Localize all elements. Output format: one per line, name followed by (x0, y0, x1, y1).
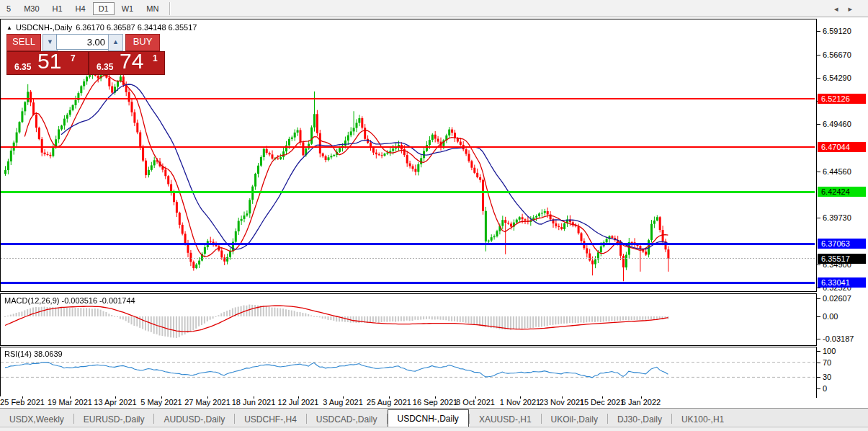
price-chart-pane: ▲ USDCNH-,Daily 6.36170 6.36587 6.34148 … (0, 19, 817, 292)
date-label: 13 Apr 2021 (94, 398, 136, 406)
chevron-down-icon: ▼ (47, 38, 53, 45)
chart-tab-ukoil[interactable]: UKOil-,Daily (542, 412, 607, 427)
macd-label: MACD(12,26,9) -0.003516 -0.001744 (4, 296, 135, 305)
sell-button[interactable]: SELL (6, 34, 41, 51)
date-label: 15 Dec 2021 (580, 398, 625, 406)
buy-price-box[interactable]: 6.35 74 1 (89, 51, 165, 75)
chart-symbol-label: USDCNH-,Daily (16, 23, 72, 32)
chart-title: ▲ USDCNH-,Daily 6.36170 6.36587 6.34148 … (6, 23, 197, 32)
chart-tab-bar: USDX,WeeklyEURUSD-,DailyAUDUSD-,DailyUSD… (0, 408, 868, 427)
chart-tab-audusd[interactable]: AUDUSD-,Daily (154, 412, 234, 427)
one-click-trade-panel: SELL ▼ ▲ BUY 6.35 51 7 6.35 74 1 (6, 34, 165, 74)
date-label: 6 Jan 2022 (622, 398, 661, 406)
chart-tab-uk100[interactable]: UK100-,H1 (672, 412, 733, 427)
macd-tick-0.02607: 0.02607 (823, 294, 851, 303)
axis-tick-mark (817, 377, 820, 378)
chart-tab-usdx[interactable]: USDX,Weekly (0, 412, 73, 427)
axis-tick-mark (817, 339, 820, 339)
chart-tab-usdcnh[interactable]: USDCNH-,Daily (388, 409, 469, 427)
price-tick-6.56670: 6.56670 (823, 50, 851, 60)
price-tick-6.44560: 6.44560 (823, 167, 851, 177)
chart-tab-usdchf[interactable]: USDCHF-,H4 (235, 412, 306, 427)
buy-price-sup: 1 (153, 53, 158, 63)
timeframe-toolbar: 5M30H1H4D1W1MN (0, 0, 868, 17)
price-tick-6.39730: 6.39730 (823, 213, 851, 223)
chart-tab-eurusd[interactable]: EURUSD-,Daily (74, 412, 154, 427)
timeframe-button-w1[interactable]: W1 (116, 2, 140, 15)
date-label: 3 Aug 2021 (323, 398, 363, 406)
axis-tick-mark (817, 316, 820, 317)
macd-tick-0.00: 0.00 (823, 312, 838, 321)
timeframe-button-m30[interactable]: M30 (18, 2, 45, 15)
date-label: 19 Mar 2021 (48, 398, 92, 406)
rsi-tick-30: 30 (823, 373, 831, 382)
rsi-tick-0: 0 (823, 384, 827, 394)
timeframe-button-mn[interactable]: MN (140, 2, 164, 15)
chart-tab-xauusd[interactable]: XAUUSD-,H1 (470, 412, 541, 427)
rsi-indicator-pane: RSI(14) 38.0639 (0, 347, 817, 398)
sell-price-sup: 7 (71, 53, 76, 63)
timeframe-button-5[interactable]: 5 (1, 2, 17, 15)
chart-tab-usdcad[interactable]: USDCAD-,Daily (307, 412, 387, 427)
price-level-badge-6.42424: 6.42424 (818, 187, 866, 197)
buy-price-big: 74 (120, 49, 143, 74)
axis-tick-mark (817, 172, 820, 172)
price-level-badge-6.47044: 6.47044 (818, 142, 866, 152)
buy-price-small: 6.35 (97, 62, 113, 72)
price-level-badge-6.37063: 6.37063 (818, 239, 866, 249)
axis-tick-mark (817, 288, 820, 288)
price-tick-6.54290: 6.54290 (823, 74, 851, 83)
status-strip (0, 427, 868, 431)
axis-tick-mark (817, 363, 820, 363)
macd-tick--0.03187: -0.03187 (823, 334, 854, 344)
axis-tick-mark (817, 31, 820, 32)
axis-tick-mark (817, 351, 820, 352)
rsi-canvas[interactable] (1, 347, 815, 396)
axis-tick-mark (817, 78, 820, 79)
date-label: 8 Oct 2021 (456, 398, 495, 406)
date-label: 23 Nov 2021 (540, 398, 584, 406)
price-level-badge-6.35517: 6.35517 (818, 254, 866, 264)
date-label: 25 Feb 2021 (0, 398, 45, 406)
axis-tick-mark (817, 388, 820, 389)
macd-indicator-pane: MACD(12,26,9) -0.003516 -0.001744 (0, 293, 817, 346)
date-label: 16 Sep 2021 (413, 398, 457, 406)
rsi-tick-100: 100 (823, 347, 836, 356)
chevron-up-icon: ▲ (112, 38, 119, 45)
timeframe-button-d1[interactable]: D1 (93, 2, 115, 15)
price-tick-6.59120: 6.59120 (823, 27, 851, 36)
chart-ohlc-values: 6.36170 6.36587 6.34148 6.35517 (76, 23, 197, 32)
volume-input[interactable] (56, 34, 109, 50)
chart-minimize-icon[interactable]: ▲ (6, 25, 12, 31)
sell-price-box[interactable]: 6.35 51 7 (6, 51, 89, 75)
date-label: 1 Nov 2021 (500, 398, 540, 406)
rsi-label: RSI(14) 38.0639 (4, 350, 63, 358)
toolbar-separator (169, 2, 171, 15)
date-axis: 25 Feb 202119 Mar 202113 Apr 20215 May 2… (0, 396, 816, 407)
sell-price-big: 51 (37, 49, 61, 74)
date-label: 5 May 2021 (140, 398, 182, 406)
price-level-badge-6.52126: 6.52126 (818, 94, 866, 104)
price-tick-6.49460: 6.49460 (823, 120, 851, 129)
axis-tick-mark (817, 55, 820, 55)
date-label: 18 Jun 2021 (232, 398, 276, 406)
timeframe-button-h4[interactable]: H4 (70, 2, 91, 15)
axis-tick-mark (817, 124, 820, 125)
trading-platform-window: 5M30H1H4D1W1MN ▲ USDCNH-,Daily 6.36170 6… (0, 0, 868, 431)
rsi-tick-70: 70 (823, 358, 831, 368)
date-label: 12 Jul 2021 (278, 398, 319, 406)
tab-scroll-right-icon[interactable]: ▸ (848, 4, 862, 13)
axis-tick-mark (817, 265, 820, 265)
price-level-badge-6.33041: 6.33041 (818, 277, 866, 288)
axis-tick-mark (817, 218, 820, 218)
tab-scroll-buttons: ◂▸ (834, 4, 862, 14)
sell-price-small: 6.35 (14, 62, 31, 72)
date-label: 27 May 2021 (184, 398, 231, 406)
timeframe-button-h1[interactable]: H1 (47, 2, 68, 15)
price-axis: 6.591206.566706.542906.518406.494606.445… (817, 19, 868, 408)
tab-scroll-left-icon[interactable]: ◂ (834, 4, 849, 13)
chart-tab-dj30[interactable]: DJ30-,Daily (608, 412, 671, 427)
axis-tick-mark (817, 298, 820, 299)
date-label: 25 Aug 2021 (367, 398, 411, 406)
